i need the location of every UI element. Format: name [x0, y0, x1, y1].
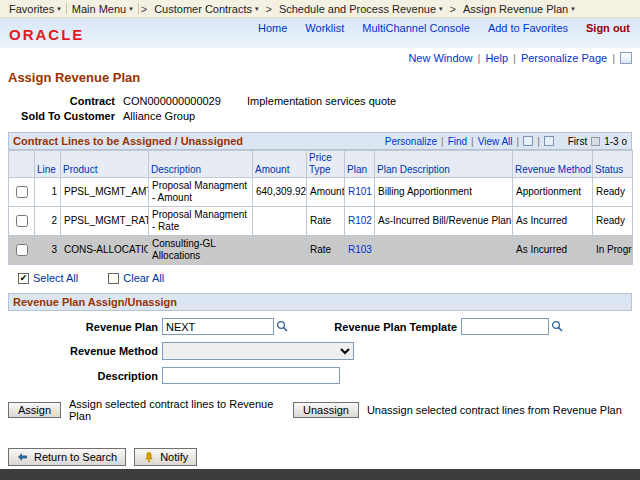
revenue-plan-input[interactable] — [162, 318, 274, 335]
row-select-checkbox[interactable] — [16, 215, 28, 227]
view-all-link[interactable]: View All — [478, 136, 513, 147]
col-status[interactable]: Status — [593, 151, 633, 178]
plan-link[interactable]: R103 — [348, 244, 372, 255]
copy-url-icon[interactable] — [620, 52, 632, 64]
personalize-link[interactable]: Personalize — [385, 136, 437, 147]
breadcrumb-main-menu[interactable]: Main Menu ▾ — [67, 3, 138, 15]
cell-revenue-method: As Incurred — [513, 207, 593, 236]
cell-line: 1 — [35, 178, 61, 207]
revenue-method-row: Revenue Method — [8, 342, 632, 360]
cell-price-type: Amount — [307, 178, 345, 207]
revenue-plan-template-input[interactable] — [461, 318, 549, 335]
unassign-button[interactable]: Unassign — [293, 402, 359, 418]
breadcrumb-separator: > — [450, 3, 456, 15]
separator: | — [478, 52, 481, 64]
cell-line: 3 — [35, 236, 61, 265]
personalize-page-link[interactable]: Personalize Page — [521, 52, 607, 64]
select-column-header — [9, 151, 35, 178]
table-row: 2 PPSL_MGMT_RATE Proposal Managment - Ra… — [9, 207, 633, 236]
row-select-checkbox[interactable] — [16, 186, 28, 198]
contract-value: CON000000000029 — [123, 95, 247, 107]
lookup-icon[interactable] — [551, 320, 564, 333]
nav-home[interactable]: Home — [258, 22, 287, 34]
contract-lines-grid: Contract Lines to be Assigned / Unassign… — [8, 132, 632, 284]
select-clear-row: ✔ Select All Clear All — [18, 272, 632, 284]
cell-description: Proposal Managment - Rate — [149, 207, 253, 236]
checked-box-icon: ✔ — [18, 273, 29, 284]
description-label: Description — [8, 370, 158, 382]
cell-plan-description: Billing Apportionment — [375, 178, 513, 207]
chevron-down-icon: ▾ — [439, 5, 443, 12]
breadcrumb-item-assign-revenue-plan[interactable]: Assign Revenue Plan ▾ — [458, 3, 580, 15]
window-status-bar — [0, 469, 640, 480]
section-header-bar: Revenue Plan Assign/Unassign — [8, 293, 632, 311]
new-window-link[interactable]: New Window — [408, 52, 472, 64]
first-label: First — [568, 136, 587, 147]
breadcrumb-item-label: Schedule and Process Revenue — [279, 3, 436, 15]
breadcrumb-favorites-label: Favorites — [9, 3, 54, 15]
plan-link[interactable]: R102 — [348, 215, 372, 226]
page-links: New Window | Help | Personalize Page | — [0, 50, 640, 66]
col-revenue-method[interactable]: Revenue Method — [513, 151, 593, 178]
breadcrumb-favorites[interactable]: Favorites ▾ — [4, 3, 66, 15]
col-amount[interactable]: Amount — [253, 151, 307, 178]
lookup-icon[interactable] — [276, 320, 289, 333]
description-input[interactable] — [162, 367, 340, 384]
nav-add-to-favorites[interactable]: Add to Favorites — [488, 22, 568, 34]
cell-amount — [253, 236, 307, 265]
col-description[interactable]: Description — [149, 151, 253, 178]
revenue-plan-row: Revenue Plan Revenue Plan Template — [8, 318, 632, 335]
page-title: Assign Revenue Plan — [8, 70, 640, 85]
nav-multichannel-console[interactable]: MultiChannel Console — [362, 22, 470, 34]
cell-revenue-method: Apportionment — [513, 178, 593, 207]
return-to-search-label: Return to Search — [34, 451, 117, 463]
breadcrumb-separator: > — [141, 3, 147, 15]
separator: | — [612, 52, 615, 64]
breadcrumb: Favorites ▾ Main Menu ▾ > Customer Contr… — [0, 0, 640, 18]
notify-button[interactable]: Notify — [134, 448, 197, 466]
clear-all-link[interactable]: Clear All — [108, 272, 164, 284]
grid-title: Contract Lines to be Assigned / Unassign… — [13, 135, 243, 147]
clear-all-label: Clear All — [123, 272, 164, 284]
prev-arrow-icon — [591, 137, 600, 146]
revenue-method-select[interactable] — [162, 342, 354, 360]
select-all-label: Select All — [33, 272, 78, 284]
cell-product: PPSL_MGMT_AMT — [61, 178, 149, 207]
breadcrumb-main-menu-label: Main Menu — [72, 3, 126, 15]
zoom-grid-icon[interactable] — [523, 136, 533, 146]
download-icon[interactable] — [544, 136, 554, 146]
nav-sign-out[interactable]: Sign out — [586, 22, 630, 34]
grid-header-row: Line Product Description Amount Price Ty… — [9, 151, 633, 178]
cell-product: PPSL_MGMT_RATE — [61, 207, 149, 236]
cell-description: Consulting-GL Allocations — [149, 236, 253, 265]
assign-button[interactable]: Assign — [8, 402, 61, 418]
chevron-down-icon: ▾ — [129, 5, 133, 12]
contract-label: Contract — [0, 95, 115, 107]
select-all-link[interactable]: ✔ Select All — [18, 272, 78, 284]
help-link[interactable]: Help — [485, 52, 508, 64]
chevron-down-icon: ▾ — [571, 5, 575, 12]
plan-link[interactable]: R101 — [348, 186, 372, 197]
col-price-type[interactable]: Price Type — [307, 151, 345, 178]
col-plan[interactable]: Plan — [345, 151, 375, 178]
chevron-down-icon: ▾ — [255, 5, 259, 12]
top-nav: Home Worklist MultiChannel Console Add t… — [258, 22, 630, 34]
assign-unassign-row: Assign Assign selected contract lines to… — [8, 398, 632, 422]
row-select-checkbox[interactable] — [16, 244, 28, 256]
breadcrumb-item-customer-contracts[interactable]: Customer Contracts ▾ — [149, 3, 263, 15]
separator — [138, 3, 139, 14]
cell-status: Ready — [593, 207, 633, 236]
col-line[interactable]: Line — [35, 151, 61, 178]
nav-worklist[interactable]: Worklist — [305, 22, 344, 34]
col-plan-description[interactable]: Plan Description — [375, 151, 513, 178]
chevron-down-icon: ▾ — [57, 5, 61, 12]
table-row: 1 PPSL_MGMT_AMT Proposal Managment - Amo… — [9, 178, 633, 207]
breadcrumb-item-label: Assign Revenue Plan — [463, 3, 568, 15]
col-product[interactable]: Product — [61, 151, 149, 178]
cell-line: 2 — [35, 207, 61, 236]
breadcrumb-item-schedule-process-revenue[interactable]: Schedule and Process Revenue ▾ — [274, 3, 448, 15]
find-link[interactable]: Find — [448, 136, 467, 147]
cell-amount: 640,309.92 — [253, 178, 307, 207]
row-range: 1-3 o — [604, 136, 627, 147]
return-to-search-button[interactable]: Return to Search — [8, 448, 126, 466]
